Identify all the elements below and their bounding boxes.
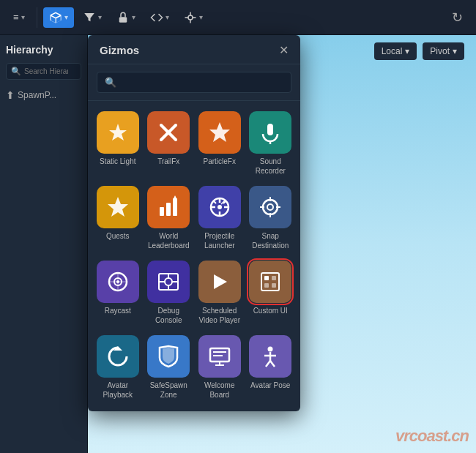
gizmo-label-sound-recorder: Sound Recorder bbox=[248, 157, 294, 176]
gizmo-icon-sound-recorder bbox=[249, 111, 291, 154]
svg-rect-44 bbox=[264, 276, 269, 280]
gizmo-icon-debug-console bbox=[147, 261, 190, 303]
gizmo-icon-avatar-pose bbox=[249, 335, 291, 378]
magnet-icon bbox=[184, 11, 197, 24]
gizmo-item-snap-destination[interactable]: Snap Destination bbox=[247, 183, 295, 255]
gizmo-item-avatar-pose[interactable]: Avatar Pose bbox=[247, 332, 295, 404]
svg-point-24 bbox=[217, 205, 222, 209]
lock-button[interactable]: ▾ bbox=[111, 7, 141, 28]
svg-point-25 bbox=[263, 200, 278, 214]
modal-search-input[interactable] bbox=[122, 77, 283, 88]
refresh-button[interactable]: ↻ bbox=[446, 6, 469, 29]
gizmos-modal: Gizmos ✕ 🔍 Static LightTrailFxParticleFx… bbox=[88, 35, 300, 411]
gizmo-icon-world-leaderboard bbox=[147, 186, 190, 228]
gizmo-icon-snap-destination bbox=[249, 186, 291, 228]
svg-point-26 bbox=[267, 204, 273, 210]
gizmo-item-sound-recorder[interactable]: Sound Recorder bbox=[247, 108, 295, 180]
gizmo-label-particle-fx: ParticleFx bbox=[204, 157, 236, 166]
code-icon bbox=[150, 11, 163, 24]
menu-button[interactable]: ≡ ▾ bbox=[7, 8, 31, 26]
menu-chevron: ▾ bbox=[21, 13, 25, 21]
svg-rect-14 bbox=[166, 203, 171, 216]
hierarchy-item: ⬆ SpawnP... bbox=[6, 87, 81, 103]
gizmo-label-trail-fx: TrailFx bbox=[157, 157, 179, 166]
gizmo-label-snap-destination: Snap Destination bbox=[248, 231, 294, 250]
gizmo-grid: Static LightTrailFxParticleFxSound Recor… bbox=[88, 101, 300, 411]
gizmo-item-static-light[interactable]: Static Light bbox=[94, 108, 142, 180]
gizmo-icon-projectile-launcher bbox=[198, 186, 241, 228]
gizmo-item-custom-ui[interactable]: Custom UI bbox=[247, 258, 295, 329]
gizmo-icon-avatar-playback bbox=[97, 335, 139, 378]
hierarchy-panel: Hierarchy 🔍 ⬆ SpawnP... bbox=[0, 35, 88, 453]
svg-marker-9 bbox=[209, 122, 230, 142]
svg-line-57 bbox=[266, 361, 270, 367]
cube-btn-chevron: ▾ bbox=[64, 13, 68, 21]
modal-overlay: Gizmos ✕ 🔍 Static LightTrailFxParticleFx… bbox=[88, 35, 476, 453]
svg-rect-0 bbox=[119, 17, 127, 23]
gizmo-label-safespawn-zone: SafeSpawn Zone bbox=[146, 381, 192, 400]
gizmo-item-welcome-board[interactable]: Welcome Board bbox=[196, 332, 244, 404]
gizmo-icon-raycast bbox=[97, 261, 139, 303]
hierarchy-title: Hierarchy bbox=[6, 44, 81, 56]
gizmo-label-avatar-pose: Avatar Pose bbox=[250, 381, 290, 390]
hierarchy-search-icon: 🔍 bbox=[11, 67, 21, 76]
filter-icon bbox=[83, 11, 96, 24]
gizmo-label-static-light: Static Light bbox=[100, 157, 135, 166]
menu-icon: ≡ bbox=[13, 12, 19, 23]
lock-icon bbox=[116, 11, 130, 24]
svg-rect-15 bbox=[173, 198, 177, 216]
gizmo-icon-static-light bbox=[97, 111, 139, 154]
svg-line-22 bbox=[213, 201, 216, 203]
gizmo-item-raycast[interactable]: Raycast bbox=[94, 258, 142, 329]
gizmo-item-safespawn-zone[interactable]: SafeSpawn Zone bbox=[145, 332, 193, 404]
svg-point-37 bbox=[165, 278, 172, 285]
gizmo-item-world-leaderboard[interactable]: World Leaderboard bbox=[145, 183, 193, 255]
gizmo-label-welcome-board: Welcome Board bbox=[197, 381, 242, 400]
gizmo-label-debug-console: Debug Console bbox=[146, 306, 192, 325]
hierarchy-search-box[interactable]: 🔍 bbox=[6, 63, 81, 80]
svg-rect-13 bbox=[160, 207, 164, 216]
svg-marker-12 bbox=[108, 197, 128, 217]
gizmo-label-scheduled-video-player: Scheduled Video Player bbox=[197, 306, 242, 325]
gizmo-label-quests: Quests bbox=[106, 231, 130, 241]
gizmo-label-projectile-launcher: Projectile Launcher bbox=[197, 231, 242, 250]
gizmo-label-world-leaderboard: World Leaderboard bbox=[146, 231, 192, 250]
filter-button[interactable]: ▾ bbox=[77, 7, 108, 28]
code-button[interactable]: ▾ bbox=[144, 7, 175, 28]
svg-line-58 bbox=[270, 361, 275, 367]
svg-marker-16 bbox=[173, 195, 177, 200]
lock-chevron: ▾ bbox=[132, 13, 135, 21]
gizmo-item-projectile-launcher[interactable]: Projectile Launcher bbox=[196, 183, 244, 255]
cube-icon bbox=[49, 11, 62, 24]
svg-rect-10 bbox=[267, 124, 273, 135]
hierarchy-item-icon: ⬆ bbox=[6, 89, 15, 101]
code-chevron: ▾ bbox=[166, 13, 169, 21]
svg-point-1 bbox=[188, 15, 193, 20]
svg-rect-43 bbox=[261, 273, 279, 291]
svg-rect-47 bbox=[272, 283, 276, 288]
gizmo-icon-safespawn-zone bbox=[147, 335, 190, 378]
toolbar: ≡ ▾ ▾ ▾ ▾ ▾ ▾ bbox=[0, 0, 476, 35]
gizmo-item-particle-fx[interactable]: ParticleFx bbox=[196, 108, 244, 180]
gizmo-item-quests[interactable]: Quests bbox=[94, 183, 142, 255]
hierarchy-item-label: SpawnP... bbox=[18, 90, 56, 100]
gizmo-icon-quests bbox=[97, 186, 139, 228]
gizmo-item-trail-fx[interactable]: TrailFx bbox=[145, 108, 193, 180]
gizmo-cube-button[interactable]: ▾ bbox=[43, 7, 74, 28]
gizmo-item-debug-console[interactable]: Debug Console bbox=[145, 258, 193, 329]
gizmo-label-avatar-playback: Avatar Playback bbox=[95, 381, 141, 400]
modal-search-area: 🔍 bbox=[88, 64, 300, 101]
refresh-icon: ↻ bbox=[452, 10, 463, 25]
svg-point-54 bbox=[268, 347, 273, 352]
modal-close-button[interactable]: ✕ bbox=[279, 45, 289, 56]
modal-search-icon: 🔍 bbox=[105, 77, 116, 88]
gizmo-item-scheduled-video-player[interactable]: Scheduled Video Player bbox=[196, 258, 244, 329]
modal-header: Gizmos ✕ bbox=[88, 35, 300, 64]
svg-rect-46 bbox=[264, 283, 269, 288]
gizmo-icon-scheduled-video-player bbox=[198, 261, 241, 303]
hierarchy-search-input[interactable] bbox=[24, 67, 68, 75]
gizmo-icon-custom-ui bbox=[249, 261, 291, 303]
gizmo-item-avatar-playback[interactable]: Avatar Playback bbox=[94, 332, 142, 404]
magnet-button[interactable]: ▾ bbox=[178, 7, 209, 28]
main-area: Hierarchy 🔍 ⬆ SpawnP... Local ▾ Pivot ▾ bbox=[0, 35, 476, 453]
